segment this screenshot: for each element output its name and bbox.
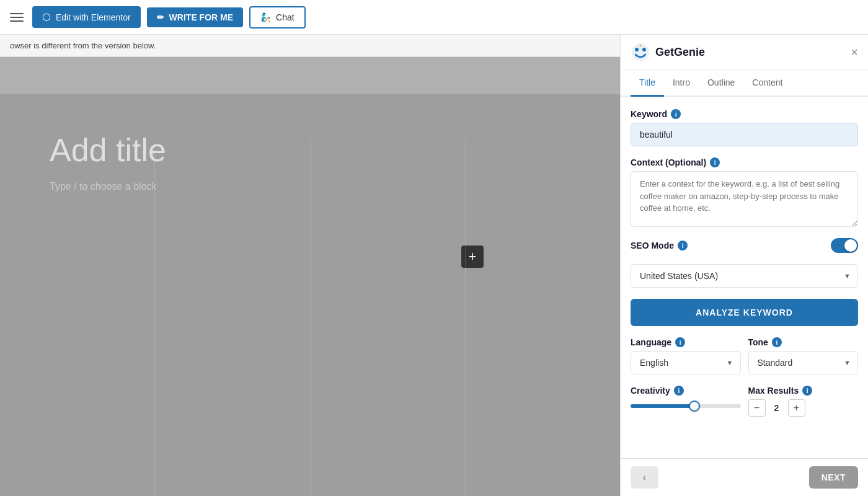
chat-icon: 🧞 <box>260 12 271 22</box>
context-label: Context (Optional) i <box>631 157 858 167</box>
country-select[interactable]: United States (USA) United Kingdom Canad… <box>631 264 858 288</box>
chat-button[interactable]: 🧞 Chat <box>249 6 306 29</box>
top-bar: ⬡ Edit with Elementor ✏ WRITE FOR ME 🧞 C… <box>0 0 868 35</box>
slider-fill <box>631 404 691 408</box>
language-label: Language i <box>631 337 741 347</box>
write-icon: ✏ <box>157 12 164 22</box>
country-field-group: United States (USA) United Kingdom Canad… <box>631 264 858 288</box>
seo-mode-row: SEO Mode i <box>631 238 858 253</box>
panel-content: Keyword i Context (Optional) i SEO Mode … <box>621 97 868 458</box>
panel-logo: GetGenie <box>631 42 705 62</box>
max-results-stepper: − 2 + <box>748 399 859 417</box>
max-results-info-icon[interactable]: i <box>802 386 812 396</box>
max-results-label: Max Results i <box>748 386 859 396</box>
right-panel: GetGenie × Title Intro Outline Content K… <box>620 35 868 496</box>
panel-footer: ‹ NEXT <box>621 458 868 496</box>
next-button[interactable]: NEXT <box>809 466 858 489</box>
creativity-slider[interactable] <box>631 404 741 408</box>
editor-area: owser is different from the version belo… <box>0 35 620 496</box>
edit-with-elementor-button[interactable]: ⬡ Edit with Elementor <box>32 6 141 28</box>
panel-header: GetGenie × <box>621 35 868 70</box>
language-info-icon[interactable]: i <box>675 337 685 347</box>
tab-outline[interactable]: Outline <box>699 70 743 97</box>
tone-select[interactable]: Standard Formal Friendly Persuasive <box>748 351 859 374</box>
max-results-group: Max Results i − 2 + <box>748 386 859 417</box>
language-select-wrapper: English Spanish French German <box>631 351 741 374</box>
creativity-maxresults-row: Creativity i Max Results i − 2 <box>631 386 858 417</box>
context-info-icon[interactable]: i <box>710 157 720 167</box>
creativity-info-icon[interactable]: i <box>674 386 684 396</box>
tab-content[interactable]: Content <box>743 70 791 97</box>
svg-point-2 <box>642 48 646 51</box>
editor-canvas[interactable]: Add title Type / to choose a block <box>0 94 620 229</box>
keyword-info-icon[interactable]: i <box>671 109 681 119</box>
type-hint[interactable]: Type / to choose a block <box>50 181 157 192</box>
panel-logo-text: GetGenie <box>655 46 705 59</box>
slider-thumb <box>689 401 700 412</box>
main-area: owser is different from the version belo… <box>0 35 868 496</box>
language-select[interactable]: English Spanish French German <box>631 351 741 374</box>
seo-mode-info-icon[interactable]: i <box>678 241 688 250</box>
keyword-field-group: Keyword i <box>631 109 858 146</box>
analyze-keyword-button[interactable]: ANALYZE KEYWORD <box>631 299 858 326</box>
context-field-group: Context (Optional) i <box>631 157 858 227</box>
country-select-wrapper: United States (USA) United Kingdom Canad… <box>631 264 858 288</box>
close-panel-button[interactable]: × <box>851 46 858 58</box>
tone-info-icon[interactable]: i <box>772 337 782 347</box>
seo-mode-toggle[interactable] <box>831 238 858 253</box>
keyword-input[interactable] <box>631 123 858 146</box>
back-button[interactable]: ‹ <box>631 466 658 489</box>
getgenie-logo-icon <box>631 42 650 62</box>
max-results-value: 2 <box>771 403 783 413</box>
seo-mode-label: SEO Mode i <box>631 241 688 250</box>
context-textarea[interactable] <box>631 171 858 227</box>
svg-point-1 <box>635 48 639 51</box>
tone-label: Tone i <box>748 337 859 347</box>
tab-title[interactable]: Title <box>631 70 664 97</box>
elementor-icon: ⬡ <box>42 11 51 23</box>
add-title-placeholder[interactable]: Add title <box>50 131 166 169</box>
tone-select-wrapper: Standard Formal Friendly Persuasive <box>748 351 859 374</box>
browser-warning: owser is different from the version belo… <box>0 35 620 57</box>
add-block-button[interactable]: + <box>461 246 484 268</box>
creativity-label: Creativity i <box>631 386 741 396</box>
keyword-label: Keyword i <box>631 109 858 119</box>
panel-tabs: Title Intro Outline Content <box>621 70 868 97</box>
toggle-knob <box>844 239 857 252</box>
max-results-increment[interactable]: + <box>788 399 805 417</box>
creativity-group: Creativity i <box>631 386 741 417</box>
write-for-me-button[interactable]: ✏ WRITE FOR ME <box>147 7 243 27</box>
menu-toggle-button[interactable] <box>7 11 26 24</box>
max-results-decrement[interactable]: − <box>748 399 766 417</box>
language-tone-row: Language i English Spanish French German <box>631 337 858 374</box>
tab-intro[interactable]: Intro <box>664 70 699 97</box>
language-field-group: Language i English Spanish French German <box>631 337 741 374</box>
tone-field-group: Tone i Standard Formal Friendly Persuasi… <box>748 337 859 374</box>
